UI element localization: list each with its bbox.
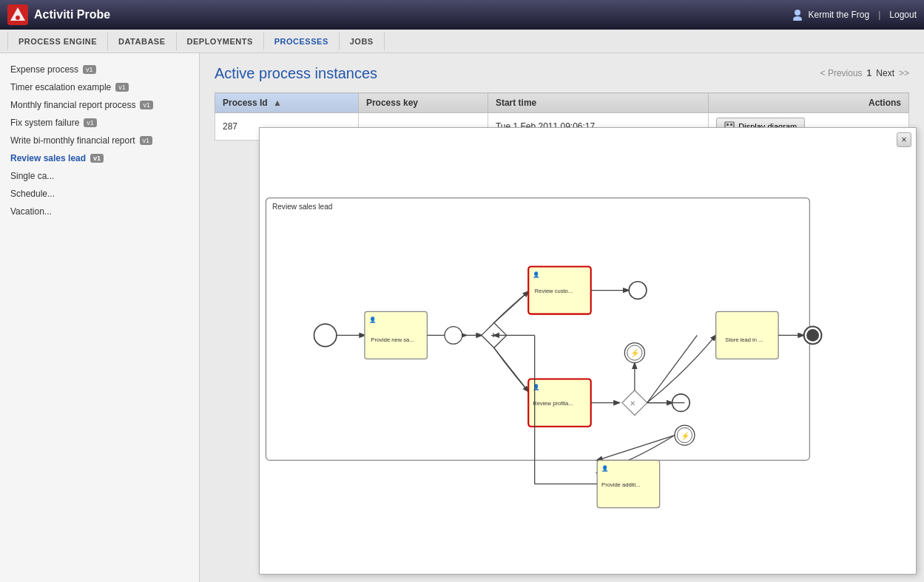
user-icon [792,9,803,21]
svg-text:👤: 👤 [533,383,540,390]
header: Activiti Probe Kermit the Frog | Logout [0,0,924,30]
svg-text:Review sales lead: Review sales lead [272,203,333,211]
svg-text:👤: 👤 [533,271,540,278]
next-nav[interactable]: Next [876,68,894,78]
logo-text: Activiti Probe [34,8,110,21]
diagram-close-button[interactable]: × [897,132,911,147]
svg-text:Review custo...: Review custo... [535,288,573,294]
svg-point-2 [16,16,20,20]
svg-text:👤: 👤 [601,464,609,472]
svg-text:Store lead in ...: Store lead in ... [725,336,763,343]
svg-text:Provide additi...: Provide additi... [601,481,640,488]
end-event-right-inner [806,329,819,342]
svg-text:👤: 👤 [369,316,377,323]
svg-text:⚡: ⚡ [630,348,640,358]
svg-text:Provide new sa...: Provide new sa... [371,336,414,343]
sidebar-item-write[interactable]: Write bi-monthly financial report v1 [0,132,199,149]
svg-rect-6 [726,123,729,126]
col-actions: Actions [709,93,909,113]
svg-line-39 [647,335,698,402]
task-store-lead [716,311,778,359]
start-event [314,324,336,346]
page-title: Active process instances [215,65,909,82]
bpmn-diagram: Review sales lead 👤 Provide new sa... [260,128,916,574]
content: Active process instances < Previous 1 Ne… [200,53,924,582]
main: Expense process v1 Timer escalation exam… [0,53,924,582]
prev-nav[interactable]: < Previous [820,68,863,78]
user-info: Kermit the Frog [792,9,869,21]
username: Kermit the Frog [808,10,869,20]
svg-text:Review profita...: Review profita... [533,400,573,407]
page-number: 1 [867,68,872,78]
table-header-row: Process Id ▲ Process key Start time Acti… [215,93,909,113]
nav-processes[interactable]: PROCESSES [264,33,340,50]
svg-text:✕: ✕ [630,399,635,407]
logo-icon [7,4,28,25]
svg-rect-7 [730,123,732,126]
next-arrows[interactable]: >> [899,68,909,78]
end-event-top [629,282,647,300]
sort-arrow: ▲ [273,98,282,108]
sidebar-item-single[interactable]: Single ca... [0,167,199,185]
nav-database[interactable]: DATABASE [108,33,176,50]
svg-text:⚡: ⚡ [681,431,690,441]
nav-process-engine[interactable]: PROCESS ENGINE [7,33,108,50]
sidebar-item-schedule[interactable]: Schedule... [0,185,199,203]
header-divider: | [878,10,880,20]
logout-link[interactable]: Logout [889,10,917,20]
col-process-id[interactable]: Process Id ▲ [215,93,359,113]
diagram-overlay: × Review sales lead 👤 Provide new sa... [259,127,917,575]
sidebar-item-fix[interactable]: Fix system failure v1 [0,114,199,132]
svg-point-3 [795,10,800,16]
start-event-2 [445,327,462,345]
logo: Activiti Probe [7,4,110,25]
pagination: < Previous 1 Next >> [820,68,909,78]
col-process-key[interactable]: Process key [358,93,488,113]
sidebar-item-vacation[interactable]: Vacation... [0,203,199,220]
svg-point-4 [793,16,802,21]
sidebar-item-timer[interactable]: Timer escalation example v1 [0,78,199,96]
col-start-time[interactable]: Start time [488,93,708,113]
header-right: Kermit the Frog | Logout [792,9,917,21]
sidebar-item-expense[interactable]: Expense process v1 [0,61,199,78]
sidebar: Expense process v1 Timer escalation exam… [0,53,200,582]
sidebar-item-monthly[interactable]: Monthly financial report process v1 [0,96,199,114]
sidebar-item-review-sales[interactable]: Review sales lead v1 [0,149,199,167]
nav-jobs[interactable]: JOBS [340,33,385,50]
navbar: PROCESS ENGINE DATABASE DEPLOYMENTS PROC… [0,30,924,53]
diagram-canvas: Review sales lead 👤 Provide new sa... [260,128,916,574]
nav-deployments[interactable]: DEPLOYMENTS [177,33,264,50]
